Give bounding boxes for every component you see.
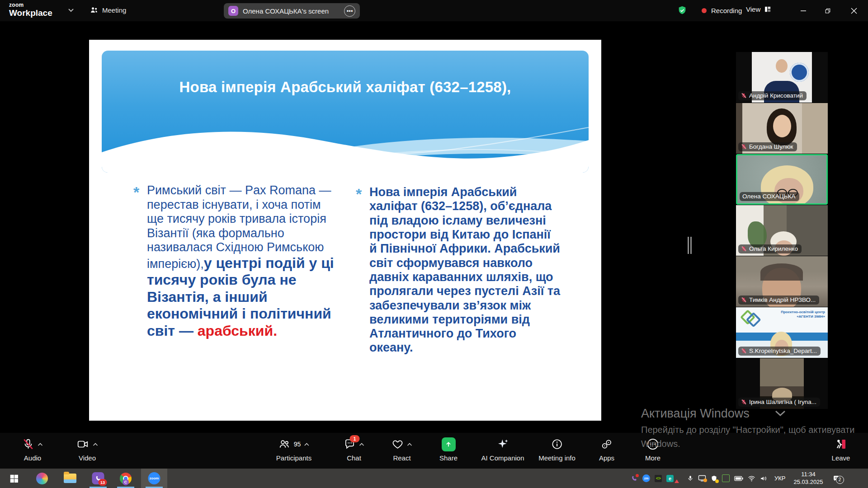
participant-tile[interactable]: Ольга Кириленко: [736, 205, 828, 256]
slide-right-column: Нова імперія Арабський халіфат (632–1258…: [369, 185, 560, 355]
viber-tray-icon[interactable]: [631, 475, 638, 482]
video-button[interactable]: Video: [77, 436, 98, 462]
meeting-info-button[interactable]: Meeting info: [538, 436, 576, 462]
plant-decoration: [748, 221, 767, 248]
more-button[interactable]: More: [645, 436, 660, 462]
participant-name: Андрій Крисоватий: [749, 92, 803, 99]
ai-companion-label: AI Companion: [481, 454, 524, 462]
speaker-tray-icon[interactable]: [760, 475, 767, 482]
meeting-people-icon: [90, 5, 99, 14]
language-indicator[interactable]: УКР: [774, 475, 786, 482]
participant-name: Ірина Шалигіна ( Iryna...: [749, 399, 816, 405]
chat-options-chevron-icon[interactable]: [359, 443, 364, 446]
participant-name: S.Kropelnytska_Depart...: [749, 347, 817, 354]
chat-label: Chat: [347, 454, 361, 462]
logo-line1: zoom: [9, 2, 52, 8]
eset-tray-icon[interactable]: e: [666, 475, 674, 482]
participant-tile[interactable]: Проектно-освітній центр «АГЕНТИ ЗМІН» S.…: [736, 307, 828, 358]
apps-button[interactable]: Apps: [599, 436, 614, 462]
zoom-taskbar-button[interactable]: zoom: [148, 469, 160, 488]
taskbar-clock[interactable]: 11:34 25.03.2025: [794, 471, 823, 486]
participants-button[interactable]: 95 Participants: [276, 436, 311, 462]
participant-tile[interactable]: Ірина Шалигіна ( Iryna...: [736, 358, 828, 409]
participants-count: 95: [294, 441, 301, 448]
share-screen-icon: [442, 437, 456, 451]
bullet-asterisk: *: [133, 183, 139, 201]
zoom-tray-icon[interactable]: zm: [642, 474, 650, 482]
tab-meeting[interactable]: Meeting: [90, 5, 126, 14]
participant-name-label: Богдана Шулюк: [738, 142, 797, 151]
recording-indicator: Recording: [677, 5, 742, 16]
viber-taskbar-button[interactable]: 13: [92, 469, 104, 488]
minimize-button[interactable]: [792, 0, 815, 21]
viber-icon: 13: [92, 472, 104, 484]
panel-resize-handle[interactable]: [688, 237, 692, 254]
ai-companion-button[interactable]: AI Companion: [481, 436, 524, 462]
recording-dot-icon: [702, 8, 707, 13]
bullet-asterisk: *: [356, 185, 362, 203]
leave-button[interactable]: Leave: [832, 436, 850, 462]
more-ellipsis-icon: [646, 438, 659, 450]
share-button[interactable]: Share: [439, 436, 458, 462]
participants-options-chevron-icon[interactable]: [304, 443, 309, 446]
collapse-panel-chevron-icon[interactable]: [774, 409, 787, 418]
mic-muted-icon: [741, 297, 747, 303]
tab-shared-screen[interactable]: O Олена СОХАЦЬКА's screen •••: [224, 3, 360, 19]
display-sync-status-dot: [703, 479, 707, 482]
backdrop-emblem: [790, 63, 809, 82]
close-button[interactable]: [843, 0, 865, 21]
clock-time: 11:34: [801, 471, 816, 478]
shared-screen-title: Олена СОХАЦЬКА's screen: [243, 7, 329, 15]
participant-tile[interactable]: Тимків Андрій НРЗВО...: [736, 256, 828, 307]
microphone-tray-icon[interactable]: [687, 475, 693, 482]
mic-muted-icon: [741, 246, 747, 252]
display-sync-tray-icon[interactable]: [698, 475, 706, 482]
recording-label: Recording: [711, 7, 742, 14]
participant-tile[interactable]: Андрій Крисоватий: [736, 52, 828, 103]
audio-button[interactable]: Audio: [23, 436, 43, 462]
react-button[interactable]: React: [392, 436, 412, 462]
defender-tray-icon[interactable]: [711, 475, 717, 482]
close-icon: [851, 8, 857, 14]
shared-screen-content: Нова імперія Арабський халіфат (632–1258…: [89, 40, 601, 421]
chrome-taskbar-button[interactable]: C: [120, 469, 132, 488]
react-options-chevron-icon[interactable]: [407, 443, 412, 446]
security-shield-icon[interactable]: [677, 5, 687, 16]
avatar: O: [228, 6, 238, 16]
copilot-taskbar-button[interactable]: [36, 469, 48, 488]
restore-button[interactable]: [816, 0, 839, 21]
start-button[interactable]: [9, 469, 19, 488]
windows-taskbar: 13 C zoom zm e: [0, 469, 868, 488]
zoom-workplace-logo: zoom Workplace: [9, 2, 52, 17]
logo-line2: Workplace: [9, 9, 52, 17]
slide-left-column: Римський світ — Pax Romana — перестав іс…: [147, 183, 335, 339]
wave-decoration: [102, 114, 589, 173]
workspace-chevron-down-icon[interactable]: [68, 8, 74, 13]
view-button[interactable]: View: [746, 5, 772, 13]
meeting-info-label: Meeting info: [538, 454, 576, 462]
notification-center-button[interactable]: 2: [832, 475, 840, 482]
clock-date: 25.03.2025: [794, 479, 823, 485]
leave-meeting-icon: [835, 438, 847, 450]
rgb-utility-tray-icon[interactable]: [722, 474, 730, 482]
wifi-tray-icon[interactable]: [748, 475, 755, 482]
mic-muted-icon: [23, 438, 34, 450]
participant-name: Тимків Андрій НРЗВО...: [749, 296, 816, 303]
restore-icon: [824, 7, 831, 14]
participant-name: Ольга Кириленко: [749, 245, 798, 252]
battery-tray-icon[interactable]: [734, 476, 743, 481]
more-label: More: [645, 454, 660, 462]
file-explorer-icon: [64, 474, 76, 483]
apps-icon: [601, 438, 613, 450]
file-explorer-taskbar-button[interactable]: [64, 469, 76, 488]
viber-alert-dot: [636, 474, 639, 477]
participant-tile-active-speaker[interactable]: Олена СОХАЦЬКА: [736, 154, 828, 205]
video-options-chevron-icon[interactable]: [93, 443, 98, 446]
participant-tile[interactable]: Богдана Шулюк: [736, 103, 828, 154]
info-icon: [551, 438, 563, 450]
audio-options-chevron-icon[interactable]: [38, 443, 43, 446]
mic-muted-icon: [741, 144, 747, 150]
tab-options-icon[interactable]: •••: [344, 5, 355, 17]
chat-button[interactable]: 1 Chat: [344, 436, 364, 462]
nvidia-tray-icon[interactable]: [655, 475, 662, 482]
